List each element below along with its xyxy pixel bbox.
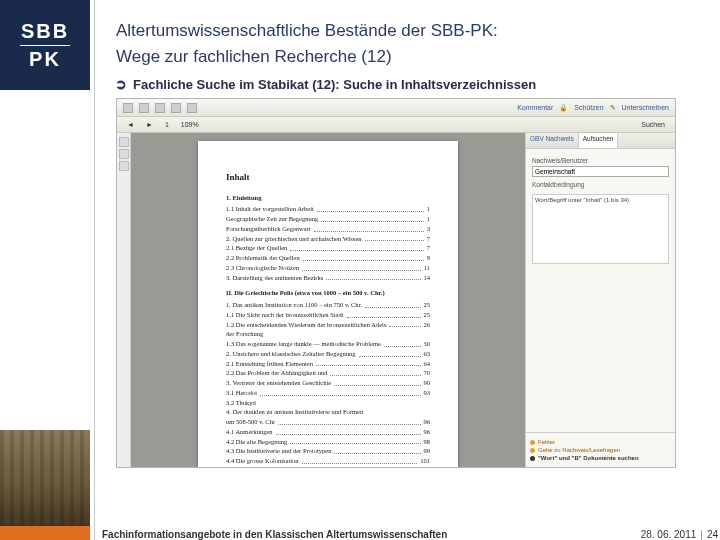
logo: SBB PK xyxy=(0,0,90,90)
footer-link[interactable]: Gehe zu Nachweis/Lesefragen xyxy=(530,447,671,453)
toc-line: 2.2 Das Problem der Abhängigkeit und70 xyxy=(226,368,430,378)
thumb-icon[interactable] xyxy=(119,137,129,147)
title-line1: Altertumswissenschaftliche Bestände der … xyxy=(116,18,698,44)
toc-line: 4.1 Anmerkungen96 xyxy=(226,427,430,437)
document-page: Inhalt 1. Einleitung1.1 Inhalt der vorge… xyxy=(198,141,458,467)
toc-line: 1. Das antiken Institution von 1100 – ei… xyxy=(226,300,430,310)
toolbar-main: Kommentar 🔒Schützen ✎Unterschreiben xyxy=(117,99,675,117)
divider xyxy=(94,0,95,540)
search-panel: GBV Nachweis Aufsuchen Nachweis/Benutzer… xyxy=(525,133,675,467)
sidebar-accent-bar xyxy=(0,526,90,540)
field-label: Nachweis/Benutzer xyxy=(532,157,669,164)
toc-line: Forschungsüberblick Gegenwart3 xyxy=(226,224,430,234)
toc-line: 1.1 Inhalt der vorgestellten Arbeit1 xyxy=(226,204,430,214)
footer-link[interactable]: Fehler xyxy=(530,439,671,445)
result-list[interactable]: Wort/Begriff unter "Inhalt" (1 bis 34) xyxy=(532,194,669,264)
footer-left: Fachinformationsangebote in den Klassisc… xyxy=(102,529,447,540)
search-input[interactable] xyxy=(532,166,669,177)
toc-line: 3.1 Herodot93 xyxy=(226,388,430,398)
screenshot-pdf-reader: Kommentar 🔒Schützen ✎Unterschreiben ◄ ► … xyxy=(116,98,676,468)
thumbnail-column xyxy=(117,133,131,467)
toc-section-title: II. Die Griechische Polis (etwa von 1000… xyxy=(226,288,430,298)
zoom-field[interactable]: 109% xyxy=(177,120,203,129)
content-area: Altertumswissenschaftliche Bestände der … xyxy=(100,0,720,540)
bullet-text: Fachliche Suche im Stabikat (12): Suche … xyxy=(133,77,536,92)
slide-title: Altertumswissenschaftliche Bestände der … xyxy=(116,18,698,69)
logo-line1: SBB xyxy=(20,20,70,46)
tool-icon[interactable] xyxy=(123,103,133,113)
page-field[interactable]: 1 xyxy=(161,120,173,129)
toc-line: 3.2 Thukyd xyxy=(226,398,430,408)
tool-icon[interactable] xyxy=(187,103,197,113)
panel-tab[interactable]: GBV Nachweis xyxy=(526,133,579,148)
thumb-icon[interactable] xyxy=(119,149,129,159)
slide-footer: Fachinformationsangebote in den Klassisc… xyxy=(100,529,720,540)
toc-line: 2.1 Bezüge der Quellen7 xyxy=(226,243,430,253)
toc-line: 4.2 Die alte Begegnung98 xyxy=(226,437,430,447)
toc-line: 2.1 Entstehung frühen Elementen64 xyxy=(226,359,430,369)
toc-line: 4. Der dunklen zu antinen Institutiviert… xyxy=(226,407,430,417)
toc-line: um 508-500 v. Chr96 xyxy=(226,417,430,427)
nav-prev-icon[interactable]: ◄ xyxy=(123,120,138,129)
toc-section-title: 1. Einleitung xyxy=(226,193,430,203)
toc-line: 4.3 Die Institutiverte und der Prototype… xyxy=(226,446,430,456)
page-heading: Inhalt xyxy=(226,171,430,185)
field-label: Kontaktbedingung xyxy=(532,181,669,188)
tool-icon[interactable] xyxy=(139,103,149,113)
tool-icon[interactable] xyxy=(155,103,165,113)
toc-line: der Forschung xyxy=(226,329,430,339)
toc-line: 4.4 Die grosse Kolonisation101 xyxy=(226,456,430,466)
toc-line: 1.2 Die entscheidenden Wiederum der bron… xyxy=(226,320,430,330)
toolbar-secondary: ◄ ► 1 109% Suchen xyxy=(117,117,675,133)
panel-tab-active[interactable]: Aufsuchen xyxy=(579,133,619,148)
footer-right: 28. 06. 2011|24 xyxy=(641,529,718,540)
tool-icon[interactable] xyxy=(171,103,181,113)
logo-line2: PK xyxy=(29,48,61,71)
sign-button[interactable]: Unterschreiben xyxy=(622,104,669,111)
document-viewport: Inhalt 1. Einleitung1.1 Inhalt der vorge… xyxy=(131,133,525,467)
protect-button[interactable]: Schützen xyxy=(574,104,603,111)
toc-line: 3. Vertreter der entstehenden Geschichte… xyxy=(226,378,430,388)
title-line2: Wege zur fachlichen Recherche (12) xyxy=(116,44,698,70)
sidebar-image xyxy=(0,430,90,540)
sidebar: SBB PK xyxy=(0,0,90,540)
toc-line: 2. Unsichere und klassisches Zeitalter B… xyxy=(226,349,430,359)
comment-button[interactable]: Kommentar xyxy=(517,104,553,111)
toc-line: 2.2 Problematik der Quellen9 xyxy=(226,253,430,263)
toc-line: 1.1 Die Sicht nach der bronzezeitlichen … xyxy=(226,310,430,320)
arrow-icon: ➲ xyxy=(115,76,127,93)
nav-next-icon[interactable]: ► xyxy=(142,120,157,129)
toc-line: 1.3 Das sogenannte lange dunkle — method… xyxy=(226,339,430,349)
result-item[interactable]: Wort/Begriff unter "Inhalt" (1 bis 34) xyxy=(535,197,666,203)
footer-link[interactable]: "Wort" und "B" Dokumente suchen xyxy=(530,455,671,461)
toc-line: 2.3 Chronologische Notizen11 xyxy=(226,263,430,273)
thumb-icon[interactable] xyxy=(119,161,129,171)
bullet-line: ➲Fachliche Suche im Stabikat (12): Suche… xyxy=(116,77,698,92)
panel-footer: Fehler Gehe zu Nachweis/Lesefragen "Wort… xyxy=(526,432,675,467)
toc-line: 2. Quellen zur griechischen und archaisc… xyxy=(226,234,430,244)
find-label[interactable]: Suchen xyxy=(637,120,669,129)
toc-line: 3. Darstellung des antinenten Bezirks14 xyxy=(226,273,430,283)
toc-line: Geographische Zeit zur Begegnung1 xyxy=(226,214,430,224)
